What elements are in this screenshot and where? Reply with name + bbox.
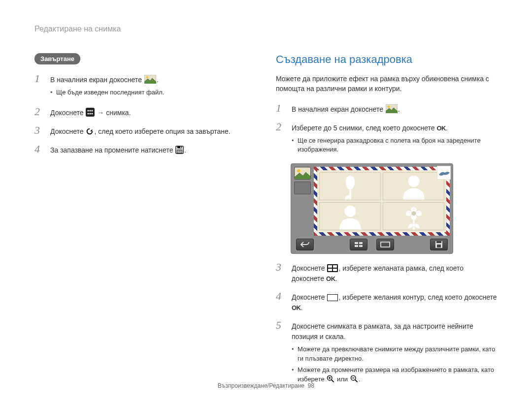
svg-rect-7 bbox=[436, 241, 441, 243]
ok-label: OK bbox=[292, 304, 301, 311]
step-body: В началния екран докоснете . Ще бъде изв… bbox=[50, 75, 256, 99]
page-header: Редактиране на снимка bbox=[34, 25, 498, 33]
step: 2 Изберете до 5 снимки, след което докос… bbox=[276, 122, 498, 157]
step-text: Докоснете bbox=[50, 109, 85, 117]
footer-page: 98 bbox=[308, 382, 314, 389]
step-notes: Ще се генерира разкадровка с полета на б… bbox=[292, 136, 498, 155]
step-text: Докоснете снимката в рамката, за да наст… bbox=[292, 322, 473, 340]
save-icon bbox=[175, 146, 184, 154]
stamp-icon bbox=[437, 166, 451, 180]
storyboard-cell bbox=[319, 172, 381, 200]
step: 1 В началния екран докоснете . bbox=[276, 103, 498, 115]
svg-rect-2 bbox=[359, 242, 363, 244]
step: 2 Докоснете → снимка. bbox=[34, 106, 256, 118]
step-text: , изберете желания контур, след което до… bbox=[338, 293, 497, 301]
outline-picker-button[interactable] bbox=[376, 239, 394, 250]
step-body: Докоснете → снимка. bbox=[50, 108, 256, 118]
step-text: . bbox=[157, 76, 159, 84]
step-text: . bbox=[446, 124, 448, 132]
step-body: Изберете до 5 снимки, след което докосне… bbox=[292, 123, 498, 157]
storyboard-intro: Можете да приложите ефект на рамка върху… bbox=[276, 74, 498, 94]
storyboard-cell bbox=[383, 172, 444, 200]
step-text: . bbox=[335, 275, 337, 282]
step-text: . bbox=[301, 304, 303, 311]
right-steps: 1 В началния екран докоснете . 2 Изберет… bbox=[276, 103, 498, 386]
page-columns: Завъртане 1 В началния екран докоснете .… bbox=[34, 53, 498, 393]
storyboard-cell bbox=[383, 202, 444, 230]
step-number: 5 bbox=[276, 320, 285, 331]
outline-picker-icon bbox=[380, 242, 390, 247]
landscape-thumb-icon bbox=[386, 104, 398, 113]
footer-label: Възпроизвеждане/Редактиране bbox=[218, 382, 304, 389]
page-footer: Възпроизвеждане/Редактиране 98 bbox=[0, 382, 532, 389]
svg-rect-5 bbox=[381, 242, 390, 247]
step-body: За запазване на промените натиснете . bbox=[50, 145, 256, 155]
storyboard-cell bbox=[319, 202, 381, 230]
step-number: 2 bbox=[276, 122, 285, 132]
rotate-icon bbox=[86, 127, 94, 135]
zoom-out-icon bbox=[350, 375, 358, 383]
outline-picker-icon bbox=[327, 294, 338, 301]
ok-label: OK bbox=[436, 124, 446, 132]
frame-picker-button[interactable] bbox=[350, 239, 367, 250]
frame-picker-icon bbox=[327, 264, 338, 272]
step-text: , след което изберете опция за завъртане… bbox=[94, 127, 230, 135]
section-pill-rotate: Завъртане bbox=[34, 53, 80, 64]
save-icon bbox=[435, 241, 443, 248]
step: 1 В началния екран докоснете . Ще бъде и… bbox=[34, 73, 256, 99]
storyboard-frame bbox=[314, 167, 450, 236]
step-number: 3 bbox=[34, 125, 43, 136]
edit-menu-icon bbox=[86, 108, 95, 117]
step-body: В началния екран докоснете . bbox=[292, 104, 498, 115]
back-button[interactable] bbox=[296, 239, 314, 250]
step: 3 Докоснете , след което изберете опция … bbox=[34, 125, 256, 137]
svg-rect-1 bbox=[355, 242, 358, 244]
right-column: Създаване на разкадровка Можете да прило… bbox=[276, 53, 498, 393]
step-body: Докоснете , изберете желания контур, сле… bbox=[292, 292, 498, 313]
save-button[interactable] bbox=[430, 239, 448, 250]
step-text: Докоснете bbox=[292, 264, 327, 272]
step-number: 1 bbox=[34, 73, 43, 84]
storyboard-thumbs bbox=[294, 167, 311, 236]
storyboard-preview bbox=[291, 163, 453, 254]
step: 4 За запазване на промените натиснете . bbox=[34, 144, 256, 155]
step-text: За запазване на промените натиснете bbox=[50, 146, 175, 154]
step-notes: Можете да превключвате снимките между ра… bbox=[292, 345, 498, 384]
zoom-in-icon bbox=[327, 375, 334, 383]
storyboard-grid bbox=[317, 170, 446, 232]
storyboard-toolbar bbox=[294, 236, 450, 253]
step: 5 Докоснете снимката в рамката, за да на… bbox=[276, 320, 498, 386]
step-text: или bbox=[335, 375, 349, 383]
step-body: Докоснете снимката в рамката, за да наст… bbox=[292, 321, 498, 386]
left-steps: 1 В началния екран докоснете . Ще бъде и… bbox=[34, 73, 256, 155]
step-notes: Ще бъде изведен последният файл. bbox=[50, 88, 256, 97]
ok-label: OK bbox=[326, 275, 335, 282]
note-item: Можете да превключвате снимките между ра… bbox=[292, 345, 498, 364]
step-text: . bbox=[184, 146, 186, 154]
step-body: Докоснете , изберете желаната рамка, сле… bbox=[292, 263, 498, 284]
step-number: 2 bbox=[34, 106, 43, 117]
step-text: → снимка. bbox=[95, 109, 131, 117]
storyboard-thumb-empty bbox=[294, 182, 311, 194]
step-text: Изберете до 5 снимки, след което докосне… bbox=[292, 124, 436, 132]
section-title-storyboard: Създаване на разкадровка bbox=[276, 53, 498, 66]
step-number: 1 bbox=[276, 103, 285, 114]
step-body: Докоснете , след което изберете опция за… bbox=[50, 126, 256, 137]
svg-rect-8 bbox=[437, 245, 441, 247]
note-item: Ще бъде изведен последният файл. bbox=[50, 88, 256, 97]
step-text: . bbox=[398, 105, 400, 113]
storyboard-thumb bbox=[294, 167, 311, 180]
step-text: Докоснете bbox=[50, 127, 85, 135]
landscape-thumb-icon bbox=[144, 75, 156, 84]
svg-rect-3 bbox=[355, 245, 358, 247]
step-text: Докоснете bbox=[292, 293, 327, 301]
step-number: 4 bbox=[276, 291, 285, 302]
svg-rect-4 bbox=[359, 245, 363, 247]
back-arrow-icon bbox=[300, 241, 309, 248]
step-text: В началния екран докоснете bbox=[292, 105, 385, 113]
step-number: 4 bbox=[34, 144, 43, 154]
left-column: Завъртане 1 В началния екран докоснете .… bbox=[34, 53, 256, 393]
note-item: Ще се генерира разкадровка с полета на б… bbox=[292, 136, 498, 155]
step-text: В началния екран докоснете bbox=[50, 76, 144, 84]
step: 4 Докоснете , изберете желания контур, с… bbox=[276, 291, 498, 313]
